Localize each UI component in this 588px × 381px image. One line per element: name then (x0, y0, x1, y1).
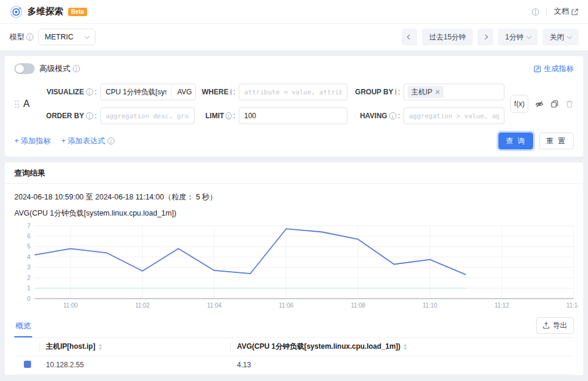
topbar-left: 多维探索 Beta (10, 5, 87, 19)
having-cell: HAVING (357, 107, 504, 124)
series-color-swatch (24, 361, 31, 368)
advanced-mode-toggle[interactable] (14, 63, 35, 74)
aggregation-value: AVG (177, 88, 192, 96)
limit-cell: LIMIT (205, 107, 347, 124)
chevron-left-icon (407, 35, 412, 39)
sort-icon[interactable] (404, 344, 407, 350)
copy-icon (550, 100, 559, 108)
sort-icon[interactable] (98, 344, 102, 350)
svg-text:1: 1 (27, 285, 30, 291)
add-expression-link[interactable]: + 添加表达式 (61, 136, 115, 146)
where-input[interactable] (239, 84, 347, 100)
metric-agg-group: AVG (100, 84, 196, 100)
generate-metric-icon (534, 65, 541, 73)
table-row[interactable]: 10.128.2.55 4.13 (14, 356, 574, 374)
svg-text:6: 6 (27, 233, 30, 239)
having-label-text: HAVING (360, 112, 387, 120)
result-tabs-row: 概览 导出 (14, 317, 574, 338)
query-row-handle-area: A (14, 99, 45, 109)
query-row-actions: f(x) (510, 95, 574, 113)
groupby-tag-label: 主机IP (411, 87, 432, 97)
line-chart[interactable]: 11:0011:0211:0411:0611:0811:1011:1211:14… (14, 221, 578, 312)
model-select[interactable]: METRIC (38, 29, 96, 45)
docs-link-label: 文档 (554, 7, 569, 17)
svg-text:0: 0 (27, 296, 30, 302)
advanced-mode-info-icon[interactable] (73, 65, 80, 72)
orderby-info-icon[interactable] (86, 112, 93, 119)
drag-handle-icon[interactable] (14, 100, 20, 109)
time-range-button[interactable]: 过去15分钟 (422, 29, 473, 45)
svg-text:11:04: 11:04 (207, 302, 222, 309)
duplicate-row-button[interactable] (550, 100, 559, 108)
query-grid: VISUALIZE AVG (45, 84, 504, 124)
having-input[interactable] (404, 107, 504, 124)
table-row[interactable]: 192.168.2.67 0.99 (14, 374, 574, 375)
query-button[interactable]: 查 询 (498, 133, 533, 149)
app-root: 多维探索 Beta 文档 模型 (0, 0, 588, 381)
svg-text:4: 4 (27, 254, 30, 260)
external-link-icon (571, 8, 578, 16)
svg-text:11:12: 11:12 (494, 302, 509, 309)
limit-input[interactable] (239, 107, 347, 124)
groupby-cell: GROUP BY 主机IP (357, 84, 504, 100)
eye-off-icon (535, 100, 544, 109)
groupby-input[interactable]: 主机IP (404, 84, 504, 100)
groupby-label-text: GROUP BY (355, 88, 393, 96)
close-icon[interactable] (435, 90, 440, 94)
docs-link[interactable]: 文档 (554, 7, 578, 17)
time-back-button[interactable] (402, 29, 417, 45)
visualize-label: VISUALIZE (45, 88, 97, 96)
where-info-icon[interactable] (230, 88, 232, 96)
advanced-mode-label: 高级模式 (39, 63, 80, 74)
chevron-right-icon (483, 35, 488, 39)
auto-refresh-label: 关闭 (550, 32, 564, 42)
model-label: 模型 (10, 32, 33, 42)
model-info-icon[interactable] (26, 33, 33, 41)
aggregation-select[interactable]: AVG (171, 84, 196, 100)
table-header-row: 主机IP[host.ip] AVG(CPU 1分钟负载[system.linux… (14, 338, 574, 356)
chevron-down-icon (527, 33, 531, 38)
value-column-header[interactable]: AVG(CPU 1分钟负载[system.linux.cpu.load_1m]) (230, 338, 574, 356)
host-column-header[interactable]: 主机IP[host.ip] (39, 338, 230, 356)
visualize-cell: VISUALIZE AVG (45, 84, 196, 100)
export-button[interactable]: 导出 (536, 317, 574, 334)
svg-text:7: 7 (27, 223, 30, 229)
delete-row-button[interactable] (565, 100, 574, 108)
add-expression-info-icon[interactable] (107, 137, 115, 145)
svg-text:11:08: 11:08 (351, 302, 366, 309)
limit-info-icon[interactable] (226, 112, 231, 119)
topbar: 多维探索 Beta 文档 (0, 0, 588, 24)
orderby-label: ORDER BY (45, 112, 97, 120)
hide-series-button[interactable] (535, 100, 544, 109)
add-metric-link[interactable]: + 添加指标 (14, 136, 51, 146)
orderby-input[interactable] (100, 107, 195, 124)
visualize-label-text: VISUALIZE (47, 88, 84, 96)
swatch-column-header (14, 338, 39, 356)
svg-text:2: 2 (27, 275, 30, 281)
visualize-info-icon[interactable] (86, 88, 93, 96)
chevron-down-icon (567, 33, 572, 38)
having-info-icon[interactable] (389, 112, 396, 119)
model-select-value: METRIC (45, 33, 73, 41)
function-button[interactable]: f(x) (510, 95, 528, 113)
model-label-text: 模型 (10, 32, 24, 42)
generate-metric-link[interactable]: 生成指标 (534, 64, 574, 74)
auto-refresh-select[interactable]: 关闭 (543, 29, 578, 45)
interval-select[interactable]: 1分钟 (498, 29, 538, 45)
groupby-tag: 主机IP (408, 86, 444, 98)
help-info-icon[interactable] (532, 8, 539, 16)
export-label: 导出 (553, 321, 567, 331)
metric-input[interactable] (101, 84, 171, 100)
generate-metric-label: 生成指标 (544, 64, 574, 74)
limit-label: LIMIT (205, 112, 235, 120)
tab-overview[interactable]: 概览 (14, 317, 32, 337)
time-range-label: 过去15分钟 (429, 32, 466, 42)
groupby-info-icon[interactable] (395, 88, 396, 96)
reset-button[interactable]: 重 置 (539, 133, 574, 149)
value-column-label: AVG(CPU 1分钟负载[system.linux.cpu.load_1m]) (237, 342, 401, 352)
trash-icon (565, 100, 574, 108)
query-builder-panel: 高级模式 生成指标 A (5, 56, 583, 156)
beta-badge: Beta (68, 8, 87, 16)
time-forward-button[interactable] (478, 29, 493, 45)
result-time-range: 2024-06-18 10:59:00 至 2024-06-18 11:14:0… (14, 192, 574, 202)
